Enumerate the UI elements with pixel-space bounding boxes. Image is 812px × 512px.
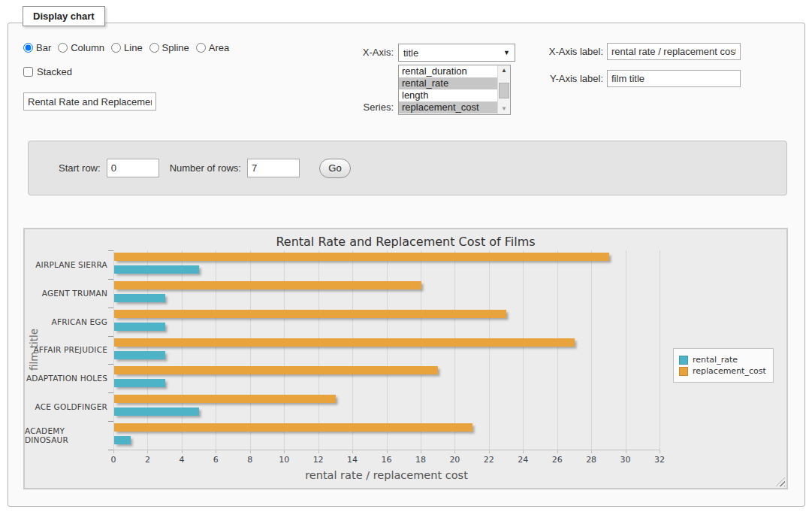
bar-rental_rate-airplane-sierra[interactable] — [114, 265, 199, 274]
x-axis-tick-label: 14 — [340, 455, 365, 465]
legend-item-rental_rate[interactable]: rental_rate — [679, 355, 766, 365]
x-axis-label-input[interactable] — [607, 43, 741, 60]
gridline — [626, 250, 626, 450]
fieldset-legend: Display chart — [23, 6, 105, 26]
chart-type-radio-line[interactable] — [111, 43, 121, 53]
y-axis-label-input[interactable] — [607, 70, 741, 87]
bar-replacement_cost-ace-goldfinger[interactable] — [114, 395, 336, 403]
go-button[interactable]: Go — [319, 159, 351, 178]
legend-swatch-icon — [679, 367, 688, 376]
series-option-rental_duration[interactable]: rental_duration — [399, 65, 497, 77]
bar-replacement_cost-adaptation-holes[interactable] — [114, 366, 438, 374]
bar-rental_rate-agent-truman[interactable] — [114, 294, 165, 302]
bar-replacement_cost-agent-truman[interactable] — [114, 281, 421, 289]
chart-type-bar[interactable]: Bar — [23, 42, 51, 53]
bar-replacement_cost-african-egg[interactable] — [114, 310, 506, 318]
bar-rental_rate-adaptation-holes[interactable] — [114, 379, 165, 387]
x-axis-title: rental rate / replacement cost — [113, 469, 660, 481]
bar-rental_rate-academy-dinosaur[interactable] — [114, 436, 131, 444]
category-tick — [108, 336, 113, 337]
bar-replacement_cost-academy-dinosaur[interactable] — [114, 423, 472, 432]
x-axis-line — [113, 450, 660, 450]
category-label: ACADEMY DINOSAUR — [25, 421, 107, 450]
category-tick — [108, 392, 113, 393]
series-option-length[interactable]: length — [399, 89, 497, 101]
bar-rental_rate-ace-goldfinger[interactable] — [114, 407, 199, 416]
chart-type-line[interactable]: Line — [111, 42, 143, 53]
category-tick — [108, 250, 113, 251]
x-axis-tick-label: 18 — [408, 455, 433, 465]
start-row-label: Start row: — [59, 162, 101, 174]
bar-rental_rate-african-egg[interactable] — [114, 323, 165, 331]
gridline — [216, 250, 216, 450]
chart-title-input[interactable] — [23, 92, 156, 111]
series-listbox[interactable]: rental_durationrental_ratelengthreplacem… — [398, 65, 511, 115]
chart-type-column[interactable]: Column — [58, 42, 104, 53]
bar-rental_rate-affair-prejudice[interactable] — [114, 351, 165, 359]
gridline — [489, 250, 490, 450]
x-axis-tick-label: 24 — [510, 455, 536, 465]
chart-type-label: Column — [71, 42, 104, 53]
series-select-label: Series: — [331, 101, 394, 113]
gridline — [591, 250, 592, 450]
chart-legend: rental_ratereplacement_cost — [673, 348, 774, 383]
chart-title: Rental Rate and Replacement Cost of Film… — [25, 235, 786, 249]
x-axis-tick-label: 28 — [578, 455, 604, 465]
chart-type-radio-area[interactable] — [196, 43, 206, 53]
number-of-rows-input[interactable] — [247, 159, 300, 177]
category-label: AIRPLANE SIERRA — [25, 250, 107, 279]
category-tick — [108, 364, 113, 365]
chart-type-area[interactable]: Area — [196, 42, 229, 53]
category-tick — [108, 308, 113, 308]
x-axis-tick-label: 0 — [101, 455, 126, 465]
bar-replacement_cost-airplane-sierra[interactable] — [114, 253, 609, 261]
chart-type-radio-column[interactable] — [58, 43, 68, 53]
gridline — [557, 250, 558, 450]
gridline — [182, 250, 183, 450]
scroll-down-icon[interactable]: ▼ — [498, 104, 510, 114]
x-axis-tick-label: 22 — [476, 455, 502, 465]
scroll-up-icon[interactable]: ▲ — [498, 65, 510, 76]
bar-replacement_cost-affair-prejudice[interactable] — [114, 338, 575, 347]
gridline — [284, 250, 285, 450]
series-option-replacement_cost[interactable]: replacement_cost — [399, 101, 497, 114]
x-axis-tick-label: 8 — [237, 455, 263, 465]
chart-type-label: Bar — [36, 42, 51, 53]
gridline — [352, 250, 353, 450]
start-row-input[interactable] — [107, 159, 159, 177]
x-axis-tick-label: 12 — [306, 455, 331, 465]
stacked-checkbox-row[interactable]: Stacked — [23, 66, 72, 77]
gridline — [113, 250, 114, 450]
legend-label: replacement_cost — [693, 366, 766, 376]
x-axis-select[interactable]: title ▼ — [398, 44, 515, 62]
category-tick — [108, 421, 113, 422]
category-tick — [108, 279, 113, 280]
gridline — [318, 250, 319, 450]
x-axis-tick-label: 20 — [442, 455, 467, 465]
scrollbar-thumb[interactable] — [499, 83, 509, 98]
gridline — [250, 250, 251, 450]
series-option-rental_rate[interactable]: rental_rate — [399, 77, 497, 89]
chart-type-radio-spline[interactable] — [149, 43, 159, 53]
stacked-label: Stacked — [37, 66, 72, 77]
listbox-scrollbar[interactable]: ▲ ▼ — [497, 65, 510, 114]
x-axis-tick-label: 10 — [271, 455, 297, 465]
gridline — [387, 250, 388, 450]
x-axis-tick-label: 4 — [169, 455, 195, 465]
chart-type-radio-bar[interactable] — [23, 43, 33, 53]
gridline — [660, 250, 660, 450]
display-chart-fieldset: Display chart BarColumnLineSplineArea St… — [8, 23, 805, 507]
chart-container: Rental Rate and Replacement Cost of Film… — [23, 228, 788, 489]
series-options: rental_durationrental_ratelengthreplacem… — [399, 65, 497, 114]
chart-type-spline[interactable]: Spline — [149, 42, 189, 53]
gridline — [147, 250, 148, 450]
legend-label: rental_rate — [693, 355, 738, 365]
legend-item-replacement_cost[interactable]: replacement_cost — [679, 366, 766, 376]
gridline — [421, 250, 421, 450]
x-axis-tick-label: 16 — [374, 455, 400, 465]
y-axis-title: film title — [28, 289, 40, 410]
y-axis-label-caption: Y-Axis label: — [534, 73, 603, 84]
x-axis-tick-label: 30 — [613, 455, 638, 465]
stacked-checkbox[interactable] — [23, 67, 33, 77]
resize-handle-icon[interactable] — [776, 477, 785, 486]
